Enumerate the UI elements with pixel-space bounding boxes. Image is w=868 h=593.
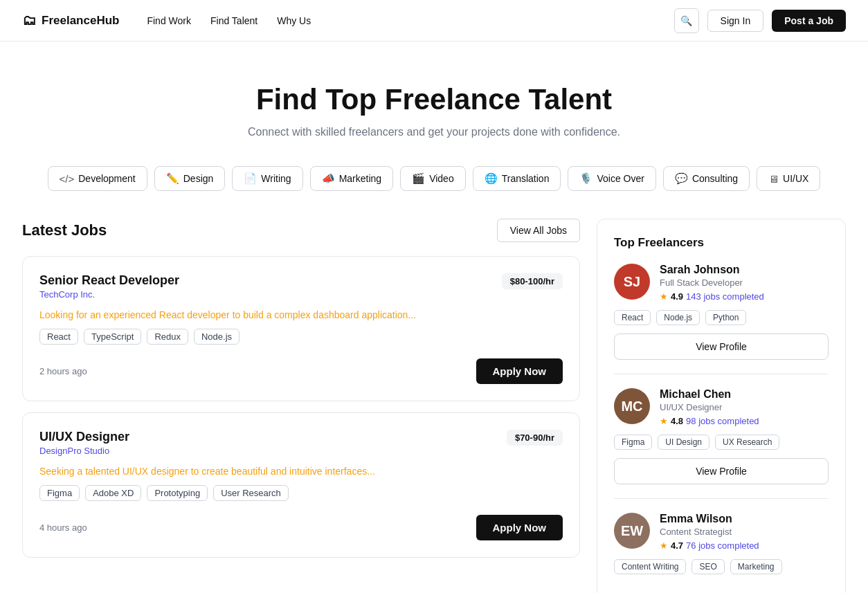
nav-links: Find Work Find Talent Why Us [147,15,311,26]
avatar-initials: SJ [624,274,640,290]
freelancer-rating: ★ 4.7 76 jobs completed [660,540,759,551]
job-tag: Redux [147,329,188,345]
job-title-company: UI/UX Designer DesignPro Studio [39,430,129,456]
freelancer-tag: Node.js [656,310,700,325]
freelancer-tag: UX Research [715,435,779,450]
signin-button[interactable]: Sign In [707,10,764,32]
view-profile-button[interactable]: View Profile [614,334,829,360]
freelancer-card: SJ Sarah Johnson Full Stack Developer ★ … [614,264,829,374]
freelancer-tag: React [614,310,651,325]
apply-now-button[interactable]: Apply Now [476,515,563,540]
cat-development[interactable]: </> Development [48,166,147,191]
rating-number: 4.9 [671,291,683,302]
navbar: 🗂 FreelanceHub Find Work Find Talent Why… [0,0,868,42]
search-icon: 🔍 [680,15,692,26]
avatar: SJ [614,264,650,300]
cat-design[interactable]: ✏️ Design [154,166,226,191]
cat-marketing[interactable]: 📣 Marketing [310,166,393,191]
cat-video-label: Video [429,173,454,184]
freelancer-details: Emma Wilson Content Strategist ★ 4.7 76 … [660,513,759,551]
development-icon: </> [60,173,75,185]
rating-count: 98 jobs completed [686,416,759,426]
job-rate: $80-100/hr [502,273,563,289]
freelancer-details: Sarah Johnson Full Stack Developer ★ 4.9… [660,264,764,302]
cat-video[interactable]: 🎬 Video [400,166,466,191]
job-tag: Adobe XD [85,485,141,501]
cat-uiux[interactable]: 🖥 UI/UX [757,166,820,191]
nav-logo[interactable]: 🗂 FreelanceHub [22,12,119,28]
cat-uiux-label: UI/UX [783,173,808,184]
jobs-header: Latest Jobs View All Jobs [22,219,580,242]
consulting-icon: 💬 [675,172,688,185]
freelancer-role: UI/UX Designer [660,402,759,412]
freelancer-tag: Figma [614,435,652,450]
nav-find-work[interactable]: Find Work [147,15,191,26]
job-tags: Figma Adobe XD Prototyping User Research [39,485,563,501]
job-title: Senior React Developer [39,273,179,288]
freelancers-section: Top Freelancers SJ Sarah Johnson Full St… [597,219,846,593]
cat-voiceover[interactable]: 🎙️ Voice Over [568,166,655,191]
design-icon: ✏️ [166,172,179,185]
job-rate: $70-90/hr [507,430,563,446]
view-profile-button[interactable]: View Profile [614,458,829,484]
cat-writing-label: Writing [261,173,291,184]
hero-title: Find Top Freelance Talent [14,83,854,116]
rating-count: 76 jobs completed [686,540,759,551]
avatar: EW [614,513,650,549]
rating-number: 4.8 [671,416,683,426]
nav-find-talent[interactable]: Find Talent [210,15,257,26]
cat-writing[interactable]: 📄 Writing [232,166,302,191]
cat-consulting[interactable]: 💬 Consulting [663,166,750,191]
job-tag: User Research [213,485,289,501]
job-tag: Prototyping [147,485,208,501]
star-icon: ★ [660,291,668,302]
uiux-icon: 🖥 [768,173,779,185]
view-all-jobs-button[interactable]: View All Jobs [497,219,580,242]
cat-design-label: Design [183,173,214,184]
freelancer-tags: Figma UI Design UX Research [614,435,829,450]
freelancer-info: SJ Sarah Johnson Full Stack Developer ★ … [614,264,829,302]
job-card-header: Senior React Developer TechCorp Inc. $80… [39,273,563,300]
freelancer-info: EW Emma Wilson Content Strategist ★ 4.7 … [614,513,829,551]
marketing-icon: 📣 [322,172,335,185]
job-tag: React [39,329,78,345]
job-footer: 2 hours ago Apply Now [39,358,563,384]
job-description: Looking for an experienced React develop… [39,309,563,320]
freelancer-tags: React Node.js Python [614,310,829,325]
job-card: UI/UX Designer DesignPro Studio $70-90/h… [22,412,580,558]
freelancer-tag: Python [705,310,746,325]
job-title: UI/UX Designer [39,430,129,444]
freelancers-box: Top Freelancers SJ Sarah Johnson Full St… [597,219,846,593]
logo-icon: 🗂 [22,12,36,28]
freelancer-tag: Content Writing [614,559,686,574]
job-description: Seeking a talented UI/UX designer to cre… [39,466,563,477]
job-tag: Node.js [194,329,239,345]
freelancer-role: Content Strategist [660,527,759,537]
rating-number: 4.7 [671,540,683,551]
star-icon: ★ [660,540,668,551]
job-time: 4 hours ago [39,522,87,533]
writing-icon: 📄 [244,172,257,185]
cat-marketing-label: Marketing [339,173,381,184]
freelancer-name: Michael Chen [660,388,759,401]
freelancer-info: MC Michael Chen UI/UX Designer ★ 4.8 98 … [614,388,829,426]
freelancer-tag: SEO [691,559,724,574]
job-tag: TypeScript [84,329,141,345]
freelancer-rating: ★ 4.8 98 jobs completed [660,416,759,426]
freelancer-tags: Content Writing SEO Marketing [614,559,829,574]
video-icon: 🎬 [412,172,425,185]
search-button[interactable]: 🔍 [674,8,699,33]
cat-translation[interactable]: 🌐 Translation [473,166,561,191]
nav-why-us[interactable]: Why Us [277,15,311,26]
cat-development-label: Development [78,173,136,184]
avatar: MC [614,388,650,424]
voiceover-icon: 🎙️ [579,172,593,185]
freelancer-card: MC Michael Chen UI/UX Designer ★ 4.8 98 … [614,388,829,499]
freelancers-title: Top Freelancers [614,236,829,250]
cat-consulting-label: Consulting [692,173,738,184]
apply-now-button[interactable]: Apply Now [476,358,563,384]
freelancer-tag: Marketing [730,559,782,574]
job-title-company: Senior React Developer TechCorp Inc. [39,273,179,300]
post-job-button[interactable]: Post a Job [772,10,846,32]
avatar-initials: MC [621,399,642,414]
